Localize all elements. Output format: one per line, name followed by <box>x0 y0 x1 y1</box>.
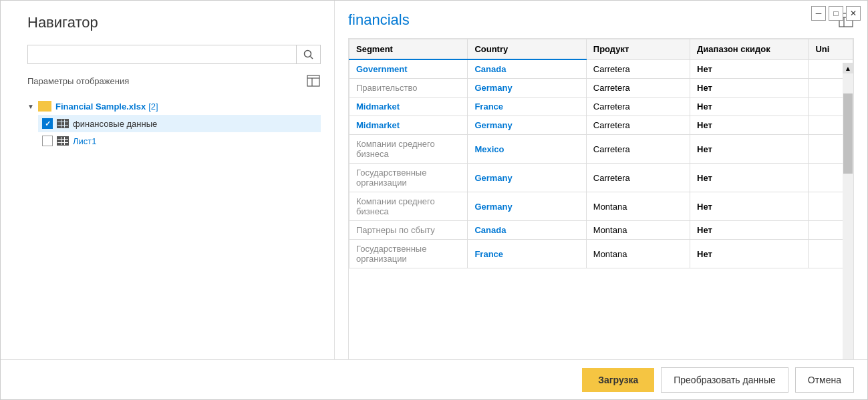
cell-product: Carretera <box>586 59 690 79</box>
minimize-button[interactable]: ─ <box>811 6 826 21</box>
cell-country: Canada <box>468 221 586 240</box>
data-table: Segment Country Продукт Диапазон скидок … <box>349 39 853 268</box>
title-bar: ─ □ ✕ <box>805 1 867 26</box>
scroll-up-button[interactable]: ▲ <box>843 63 853 73</box>
left-panel: Навигатор Параметры отображения <box>1 1 335 399</box>
table-row: Midmarket Germany Carretera Нет <box>349 116 853 135</box>
cell-product: Carretera <box>586 135 690 164</box>
tree-parent[interactable]: ▼ Financial Sample.xlsx [2] <box>27 97 321 115</box>
table-row: Государственные организации France Monta… <box>349 240 853 268</box>
preview-header: financials <box>348 11 854 29</box>
cell-discount: Нет <box>690 116 809 135</box>
table-row: Midmarket France Carretera Нет <box>349 97 853 116</box>
checkbox-unchecked-icon[interactable] <box>42 136 53 146</box>
cell-discount: Нет <box>690 79 809 97</box>
cell-segment: Компании среднего бизнеса <box>349 135 468 164</box>
cell-segment: Midmarket <box>349 116 468 135</box>
search-input[interactable] <box>28 45 320 63</box>
cell-segment: Государственные организации <box>349 240 468 268</box>
col-header-discount: Диапазон скидок <box>690 39 809 60</box>
search-icon <box>303 49 314 60</box>
cell-product: Montana <box>586 221 690 240</box>
financial-label: финансовые данные <box>73 119 157 129</box>
cancel-button[interactable]: Отмена <box>795 367 854 393</box>
cell-product: Carretera <box>586 164 690 192</box>
cell-country: Germany <box>468 164 586 192</box>
load-button[interactable]: Загрузка <box>582 368 654 392</box>
cell-segment: Midmarket <box>349 97 468 116</box>
cell-country: Canada <box>468 59 586 79</box>
child-item-sheet1[interactable]: Лист1 <box>38 132 321 150</box>
col-header-segment: Segment <box>349 39 468 60</box>
main-layout: Навигатор Параметры отображения <box>1 1 867 399</box>
cell-country: France <box>468 240 586 268</box>
search-button[interactable] <box>296 45 320 63</box>
display-options-row: Параметры отображения <box>27 73 321 88</box>
display-options-button[interactable] <box>306 73 321 88</box>
right-panel: financials Segment Country Продукт <box>335 1 867 399</box>
preview-title: financials <box>348 11 410 29</box>
cell-country: France <box>468 97 586 116</box>
cell-product: Carretera <box>586 79 690 97</box>
vertical-scrollbar[interactable] <box>843 73 853 377</box>
data-table-wrapper: Segment Country Продукт Диапазон скидок … <box>348 38 854 399</box>
display-options-icon <box>307 75 320 87</box>
chevron-icon: ▼ <box>27 103 38 110</box>
cell-country: Germany <box>468 79 586 97</box>
cell-country: Germany <box>468 116 586 135</box>
cell-discount: Нет <box>690 192 809 221</box>
display-options-label: Параметры отображения <box>27 76 129 86</box>
count-label: [2] <box>148 102 158 112</box>
cell-country: Germany <box>468 192 586 221</box>
col-header-uni: Uni <box>809 39 853 60</box>
tree-container: ▼ Financial Sample.xlsx [2] ✓ финансовые… <box>27 97 321 399</box>
table-row: Государственные организации Germany Carr… <box>349 164 853 192</box>
cell-segment: Компании среднего бизнеса <box>349 192 468 221</box>
table-row: Компании среднего бизнеса Mexico Carrete… <box>349 135 853 164</box>
cell-discount: Нет <box>690 164 809 192</box>
cell-product: Montana <box>586 192 690 221</box>
cell-segment: Правительство <box>349 79 468 97</box>
table-row: Компании среднего бизнеса Germany Montan… <box>349 192 853 221</box>
table-row: Government Canada Carretera Нет <box>349 59 853 79</box>
maximize-button[interactable]: □ <box>829 6 843 21</box>
folder-icon <box>38 101 51 112</box>
cell-discount: Нет <box>690 221 809 240</box>
search-bar <box>27 45 321 64</box>
cell-country: Mexico <box>468 135 586 164</box>
bottom-bar: Загрузка Преобразовать данные Отмена <box>1 359 867 399</box>
table-row: Правительство Germany Carretera Нет <box>349 79 853 97</box>
cell-segment: Государственные организации <box>349 164 468 192</box>
checkbox-checked-icon[interactable]: ✓ <box>42 118 53 129</box>
cell-discount: Нет <box>690 240 809 268</box>
parent-label: Financial Sample.xlsx <box>55 102 146 112</box>
svg-point-0 <box>304 50 311 57</box>
cell-discount: Нет <box>690 135 809 164</box>
col-header-country: Country <box>468 39 586 60</box>
cell-segment: Government <box>349 59 468 79</box>
child-item-financial[interactable]: ✓ финансовые данные <box>38 115 321 132</box>
table-icon-sheet1 <box>57 136 69 146</box>
svg-line-1 <box>310 56 313 59</box>
cell-discount: Нет <box>690 59 809 79</box>
table-icon-financial <box>57 119 69 128</box>
page-title: Навигатор <box>27 14 321 31</box>
cell-segment: Партнеры по сбыту <box>349 221 468 240</box>
transform-button[interactable]: Преобразовать данные <box>661 367 788 393</box>
svg-rect-2 <box>307 75 319 86</box>
scroll-thumb[interactable] <box>843 93 853 174</box>
sheet1-label: Лист1 <box>73 136 96 146</box>
close-button[interactable]: ✕ <box>846 6 861 21</box>
cell-product: Carretera <box>586 97 690 116</box>
cell-product: Montana <box>586 240 690 268</box>
cell-discount: Нет <box>690 97 809 116</box>
cell-product: Carretera <box>586 116 690 135</box>
table-row: Партнеры по сбыту Canada Montana Нет <box>349 221 853 240</box>
col-header-product: Продукт <box>586 39 690 60</box>
